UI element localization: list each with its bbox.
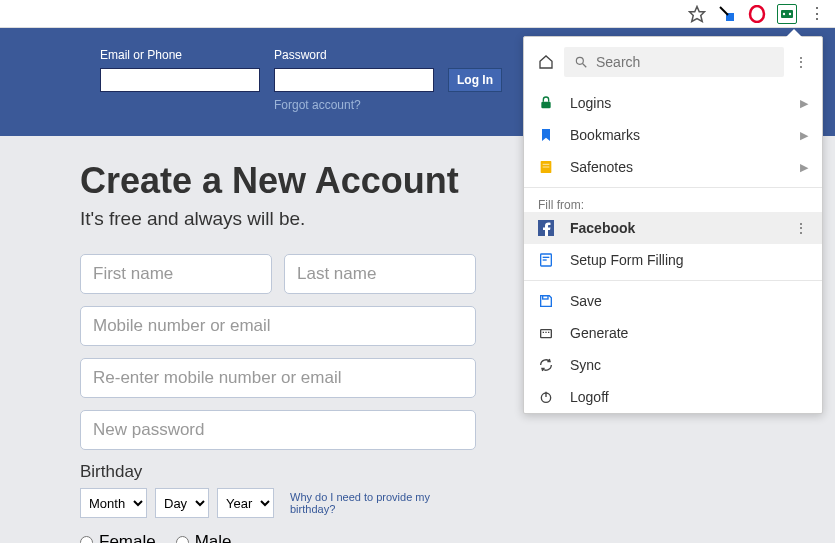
female-option[interactable]: Female (80, 532, 156, 543)
email-field-group: Email or Phone (100, 48, 260, 92)
search-icon (574, 55, 588, 69)
home-icon[interactable] (538, 54, 554, 70)
form-icon (538, 252, 554, 268)
fill-facebook-item[interactable]: Facebook ⋮ (524, 212, 822, 244)
svg-line-7 (583, 64, 587, 68)
svg-point-6 (576, 57, 583, 64)
svg-point-4 (783, 12, 785, 14)
power-icon (538, 389, 554, 405)
opera-icon[interactable] (747, 4, 767, 24)
year-select[interactable]: Year (217, 488, 274, 518)
bookmarks-item[interactable]: Bookmarks ▶ (524, 119, 822, 151)
browser-toolbar: ⋮ (0, 0, 835, 28)
generate-item[interactable]: Generate (524, 317, 822, 349)
birthday-label: Birthday (80, 462, 500, 482)
chevron-right-icon: ▶ (800, 97, 808, 110)
svg-rect-16 (543, 296, 548, 299)
login-button[interactable]: Log In (448, 68, 502, 92)
save-icon (538, 293, 554, 309)
forgot-account-link[interactable]: Forgot account? (274, 98, 434, 112)
day-select[interactable]: Day (155, 488, 209, 518)
password-field-group: Password Forgot account? (274, 48, 434, 112)
roboform-popup: ⋮ Logins ▶ Bookmarks ▶ Safenotes ▶ Fill … (523, 36, 823, 414)
wand-icon[interactable] (717, 4, 737, 24)
birthday-why-link[interactable]: Why do I need to provide my birthday? (290, 491, 440, 515)
save-item[interactable]: Save (524, 285, 822, 317)
last-name-input[interactable] (284, 254, 476, 294)
popup-menu-icon[interactable]: ⋮ (794, 54, 808, 70)
svg-rect-3 (781, 10, 793, 18)
note-icon (538, 159, 554, 175)
menu-dots-icon[interactable]: ⋮ (807, 4, 827, 24)
item-menu-icon[interactable]: ⋮ (794, 220, 808, 236)
svg-point-2 (750, 6, 764, 22)
logoff-item[interactable]: Logoff (524, 381, 822, 413)
safenotes-item[interactable]: Safenotes ▶ (524, 151, 822, 183)
facebook-icon (538, 220, 554, 236)
svg-point-5 (789, 12, 791, 14)
new-password-input[interactable] (80, 410, 476, 450)
star-icon[interactable] (687, 4, 707, 24)
divider (524, 187, 822, 188)
signup-form: Create a New Account It's free and alway… (0, 136, 500, 543)
chevron-right-icon: ▶ (800, 129, 808, 142)
month-select[interactable]: Month (80, 488, 147, 518)
reenter-input[interactable] (80, 358, 476, 398)
divider (524, 280, 822, 281)
chevron-right-icon: ▶ (800, 161, 808, 174)
fill-from-label: Fill from: (524, 192, 822, 212)
page-title: Create a New Account (80, 160, 500, 202)
search-input[interactable] (596, 54, 774, 70)
svg-marker-0 (690, 6, 705, 21)
generate-icon (538, 325, 554, 341)
male-option[interactable]: Male (176, 532, 232, 543)
roboform-icon[interactable] (777, 4, 797, 24)
female-radio[interactable] (80, 536, 93, 544)
sync-icon (538, 357, 554, 373)
sync-item[interactable]: Sync (524, 349, 822, 381)
password-input[interactable] (274, 68, 434, 92)
page-subtitle: It's free and always will be. (80, 208, 500, 230)
logins-item[interactable]: Logins ▶ (524, 87, 822, 119)
male-radio[interactable] (176, 536, 189, 544)
email-input[interactable] (100, 68, 260, 92)
search-box[interactable] (564, 47, 784, 77)
svg-rect-17 (541, 330, 552, 338)
setup-form-filling-item[interactable]: Setup Form Filling (524, 244, 822, 276)
first-name-input[interactable] (80, 254, 272, 294)
email-label: Email or Phone (100, 48, 260, 62)
password-label: Password (274, 48, 434, 62)
bookmark-icon (538, 127, 554, 143)
svg-rect-8 (541, 102, 550, 109)
lock-icon (538, 95, 554, 111)
mobile-email-input[interactable] (80, 306, 476, 346)
